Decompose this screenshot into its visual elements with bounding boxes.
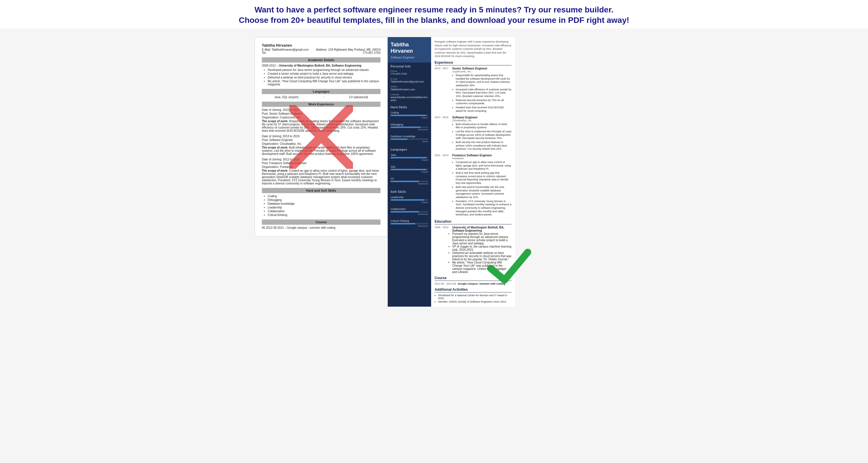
list-item: My article, "How Cloud Computing Will Ch… [452, 261, 512, 273]
left-skills-list: Coding Debugging Database knowledge Lead… [262, 195, 380, 216]
right-soft-leadership: Leadership Expert [388, 195, 431, 205]
list-item: Delivered a webinar on best practices fo… [268, 76, 380, 79]
resume-left: Tabitha Hirvanen E-Mail: TabithaHirvanen… [255, 37, 388, 237]
list-item: Leadership [268, 206, 380, 209]
left-job-2-scope: The scope of work: Created an app to all… [262, 169, 380, 185]
list-item: Delivered an actionable webinar on best … [452, 251, 512, 261]
list-item: Responsible for spearheading teams that … [456, 74, 512, 87]
left-job-1-date: Date of Joining: 2013 to 2015 [262, 135, 380, 138]
right-name: Tabitha Hirvanen [391, 42, 428, 54]
list-item: President, XYZ University Young Women in… [456, 200, 512, 216]
resumes-container: Tabitha Hirvanen E-Mail: TabithaHirvanen… [255, 37, 613, 307]
right-job-0: 2015 - 2017 Senior Software Engineer Cry… [435, 67, 512, 114]
right-skill-debugging: Debugging Advanced [388, 122, 431, 132]
left-skills-header: Hard and Soft Skills [262, 188, 380, 193]
left-email: E-Mail: TabithaHirvanen@gmail.com [262, 48, 309, 51]
left-lang2: C# (advanced) [349, 95, 368, 99]
list-item: Database knowledge [268, 202, 380, 205]
list-item: Composed an app to allow voice control o… [456, 161, 512, 171]
left-academic-header: Academic Details [262, 57, 380, 62]
list-item: Coding [268, 195, 380, 198]
list-item: Collaboration [268, 210, 380, 213]
right-phone: Phone 773-457-2703 [388, 69, 431, 76]
right-edu-0-bullets: Pursued my passion for Java server progr… [452, 232, 512, 273]
right-lang-csharp: C# Advanced [388, 176, 431, 186]
right-sidebar: Tabitha Hirvanen Software Engineer Perso… [388, 37, 431, 307]
right-languages-header: Languages [388, 146, 431, 152]
right-personal-info-header: Personal Info [388, 62, 431, 69]
banner-line1: Want to have a perfect software engineer… [6, 5, 862, 15]
top-banner: Want to have a perfect software engineer… [0, 0, 868, 28]
right-hard-skills-header: Hard Skills [388, 104, 431, 110]
right-job-2-bullets: Composed an app to allow voice control o… [452, 161, 512, 216]
list-item: Shortlisted for a National Center for Wo… [438, 294, 512, 300]
right-title: Software Engineer [391, 56, 428, 59]
list-item: Built new search functionality into the … [456, 185, 512, 199]
left-job-1: Date of Joining: 2013 to 2015 Post: Soft… [262, 135, 380, 155]
right-job-1-bullets: Built infrastructure to handle millions … [452, 123, 512, 151]
right-job-1: 2013 - 2015 Software Engineer Cloudwallo… [435, 116, 512, 152]
left-languages-row: Java, SQL (expert) • C# (advanced) [262, 95, 380, 99]
resume-right: Tabitha Hirvanen Software Engineer Perso… [388, 37, 515, 307]
list-item: Built infrastructure to handle millions … [456, 123, 512, 129]
right-activities-section: Additional Activities [435, 288, 512, 292]
left-job-1-scope: The scope of work: Built infrastructure … [262, 146, 380, 155]
right-linkedin: LinkedIn www.linkedin.com/in/tabitha-hir… [388, 93, 431, 102]
left-address: Address: 134 Rightward Way Portland, ME,… [316, 48, 380, 51]
list-item: Reduced security breaches by 73% for all… [456, 99, 512, 106]
left-job-1-post: Post: Software Engineer [262, 138, 380, 142]
right-lang-sql: SQL Expert [388, 164, 431, 174]
list-item: VP of Jugger-ls, the campus machine lear… [452, 245, 512, 251]
left-job-2-org: Organization: Freelance [262, 165, 380, 169]
left-tel: Tel: 773-457-2703 [262, 51, 380, 54]
left-course-header: Course [262, 220, 380, 225]
right-edu-0: 2008 - 2012 University of Washington Bot… [435, 226, 512, 273]
left-job-2-post: Post: Freelance Software Engineer [262, 162, 380, 165]
right-email: E-mail TabithaHirvanen@gmail.com [388, 77, 431, 84]
right-www: WWW TabithaHirvanen.com [388, 85, 431, 91]
left-academic-bullets: Developed passion for Java server progra… [262, 68, 380, 86]
list-item: Pursued my passion for Java server progr… [452, 232, 512, 245]
left-contact: E-Mail: TabithaHirvanen@gmail.com Addres… [262, 48, 380, 51]
left-job-0-date: Date of Joining: 2015 to 2017 [262, 108, 380, 112]
left-job-0-scope: The scope of work: Responsible for leadi… [262, 120, 380, 132]
list-item: Led the drive to implement the Principle… [456, 130, 512, 140]
right-main: Energetic software engineer with 5 years… [431, 37, 515, 307]
right-soft-skills-header: Soft Skills [388, 188, 431, 195]
left-job-2-date: Date of Joining: 2012 to 2013 [262, 158, 380, 161]
banner-line2: Choose from 20+ beautiful templates, fil… [6, 16, 862, 25]
right-lang-java: Java Expert [388, 152, 431, 163]
list-item: Created a senior scholar project to buil… [268, 72, 380, 75]
list-item: Member, IAENG Society of Software Engine… [438, 300, 512, 303]
list-item: Developed passion for Java server progra… [268, 68, 380, 71]
left-lang1: Java, SQL (expert) [274, 95, 299, 99]
sidebar-header: Tabitha Hirvanen Software Engineer [388, 37, 431, 62]
list-item: Built security into new product features… [456, 141, 512, 151]
right-skill-coding: Coding Expert [388, 110, 431, 120]
right-soft-collaboration: Collaboration Advanced [388, 206, 431, 216]
right-activities-list: Shortlisted for a National Center for Wo… [435, 294, 512, 303]
right-summary: Energetic software engineer with 5 years… [435, 40, 512, 58]
left-languages-header: Languages [262, 89, 380, 94]
right-job-2: 2012 - 2013 Freelance Software Engineer … [435, 154, 512, 217]
list-item: My article, "How Cloud Computing Will Ch… [268, 80, 380, 86]
right-soft-critical: Critical Thinking Advanced [388, 218, 431, 228]
left-job-2: Date of Joining: 2012 to 2013 Post: Free… [262, 158, 380, 185]
left-job-1-org: Organization: Cloudwallop, Inc. [262, 142, 380, 145]
right-skill-database: Database Knowledge Basic [388, 134, 431, 144]
right-experience-section: Experience [435, 60, 512, 65]
list-item: Headed team that received 2016 BOSSIE aw… [456, 106, 512, 113]
left-job-0: Date of Joining: 2015 to 2017 Post: Seni… [262, 108, 380, 132]
list-item: Critical thinking [268, 213, 380, 216]
right-course-section: Course [435, 276, 512, 281]
left-course: 06.2012-08.2012 – Google campus : summer… [262, 226, 380, 229]
left-academic-dates: 2008-2012 – University of Washington Bot… [262, 64, 380, 67]
left-name: Tabitha Hirvanen [262, 43, 380, 48]
right-education-section: Education [435, 220, 512, 224]
right-job-0-bullets: Responsible for spearheading teams that … [452, 74, 512, 113]
right-course-0: 2012-06 - 2012-08 Google Campus: Summer … [435, 282, 512, 285]
left-job-0-org: Organization: Cryptoconic, Inc. [262, 116, 380, 119]
list-item: Increased code efficiency of customer po… [456, 88, 512, 98]
list-item: Built a real time stock picking app that… [456, 171, 512, 185]
left-work-header: Work Experience [262, 102, 380, 107]
